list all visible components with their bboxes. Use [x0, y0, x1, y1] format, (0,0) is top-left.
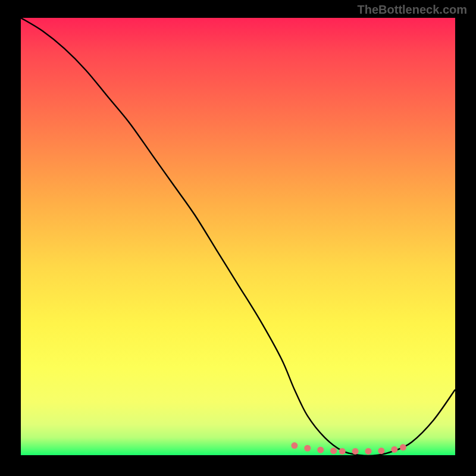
bottleneck-dot: [352, 448, 359, 455]
bottleneck-dot: [317, 447, 324, 453]
chart-plot-area: [21, 18, 455, 455]
bottleneck-curve-path: [21, 18, 455, 455]
watermark-text: TheBottleneck.com: [358, 3, 467, 17]
bottleneck-dot: [304, 445, 311, 452]
bottleneck-dot: [391, 446, 397, 453]
bottleneck-dot: [400, 444, 406, 450]
bottleneck-dot: [330, 447, 337, 454]
bottleneck-dot: [339, 448, 346, 455]
bottleneck-dot: [365, 448, 372, 455]
bottleneck-dots-group: [291, 442, 406, 455]
chart-svg: [21, 18, 455, 455]
bottleneck-dot: [291, 442, 298, 449]
bottleneck-dot: [378, 447, 384, 454]
